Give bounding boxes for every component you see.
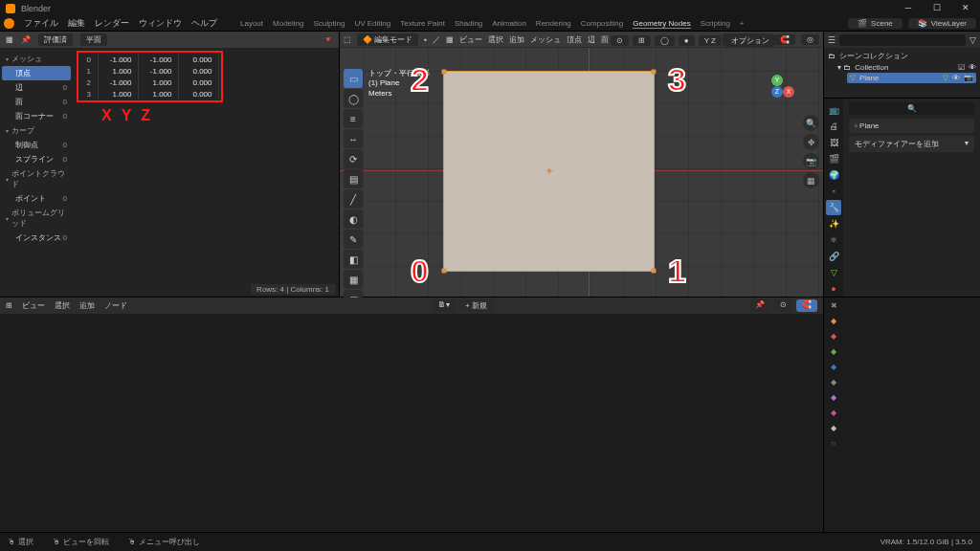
camera-icon[interactable]: 📷	[803, 153, 819, 169]
workspace-tab[interactable]: Rendering	[536, 19, 571, 29]
snap-icon[interactable]: 🧲	[796, 299, 817, 312]
sec-tab-icon[interactable]: ◆	[827, 393, 840, 407]
pin-icon[interactable]: 📌	[749, 299, 770, 312]
tool-extrude-icon[interactable]: ✎	[344, 230, 363, 249]
object-row[interactable]: ▽Plane▽👁📷	[847, 73, 976, 83]
header-menu[interactable]: 追加	[509, 34, 524, 45]
tool-rotate-icon[interactable]: ↔	[344, 129, 363, 148]
prop-tab-scene-icon[interactable]: 🎬	[826, 151, 841, 166]
tool-select-box-icon[interactable]: ▭	[344, 69, 363, 88]
sidebar-item-spline[interactable]: スプライン0	[2, 152, 71, 166]
sidebar-item-edge[interactable]: 辺0	[2, 80, 71, 95]
select-mode-vertex-icon[interactable]: ▪	[424, 35, 427, 44]
pan-icon[interactable]: ✥	[803, 134, 819, 150]
header-menu[interactable]: 面	[601, 34, 609, 45]
vertex-3[interactable]	[652, 70, 657, 75]
sec-tab-icon[interactable]: ✖	[827, 301, 840, 315]
prop-tab-modifier-icon[interactable]: 🔧	[826, 200, 841, 215]
new-nodetree-button[interactable]: + 新規	[459, 299, 493, 312]
proportional-icon[interactable]: ◎	[801, 34, 819, 45]
tool-cursor-icon[interactable]: ◯	[344, 89, 363, 108]
sec-tab-icon[interactable]: ○	[827, 439, 840, 452]
select-mode-edge-icon[interactable]: ／	[433, 34, 440, 45]
workspace-tab[interactable]: Animation	[492, 19, 526, 29]
window-minimize-button[interactable]: ─	[894, 0, 923, 16]
workspace-tab[interactable]: Layout	[240, 19, 263, 29]
overlay-toggle[interactable]: ⊙	[611, 35, 629, 46]
mode-dropdown[interactable]: 🔶 編集モード	[357, 33, 418, 46]
sec-tab-icon[interactable]: ◆	[827, 317, 840, 330]
overlay-toggle[interactable]: ⊞	[633, 35, 651, 46]
disable-icon[interactable]: 📷	[964, 74, 973, 82]
scene-selector[interactable]: 🎬 Scene	[848, 18, 902, 29]
add-modifier-dropdown[interactable]: モディファイアーを追加▾	[849, 136, 974, 152]
header-menu[interactable]: メッシュ	[530, 34, 561, 45]
workspace-tab[interactable]: Compositing	[581, 19, 623, 29]
header-menu[interactable]: ビュー	[459, 34, 482, 45]
prop-tab-particles-icon[interactable]: ✨	[826, 216, 841, 231]
node-menu[interactable]: 選択	[55, 300, 70, 311]
window-close-button[interactable]: ✕	[951, 0, 980, 16]
tool-transform-icon[interactable]: ▤	[344, 169, 363, 188]
shading-solid-icon[interactable]: ●	[679, 35, 695, 46]
sec-tab-icon[interactable]: ◆	[827, 408, 840, 422]
sidebar-item-face[interactable]: 面0	[2, 95, 71, 109]
workspace-tab[interactable]: Texture Paint	[400, 19, 445, 29]
window-maximize-button[interactable]: ☐	[923, 0, 951, 16]
vertex-0[interactable]	[442, 269, 447, 274]
prop-tab-object-icon[interactable]: ▫	[826, 184, 841, 199]
prop-tab-world-icon[interactable]: 🌍	[826, 167, 841, 183]
workspace-tab[interactable]: UV Editing	[354, 19, 390, 29]
exclude-icon[interactable]: ☑	[958, 63, 965, 72]
node-editor[interactable]: ⊞ ビュー 選択 追加 ノード 🗎▾ + 新規 📌 ⊙ 🧲	[0, 298, 823, 532]
overlay-icon[interactable]: ⊙	[774, 299, 792, 312]
prop-tab-physics-icon[interactable]: ⚛	[826, 232, 841, 248]
prop-tab-data-icon[interactable]: ▽	[826, 265, 841, 280]
sec-tab-icon[interactable]: ◆	[827, 332, 840, 345]
workspace-tab[interactable]: Shading	[455, 19, 482, 29]
gizmo-z-axis[interactable]: Z	[771, 86, 783, 98]
sec-tab-icon[interactable]: ◆	[827, 347, 840, 361]
properties-search[interactable]: 🔍	[849, 102, 974, 115]
options-dropdown[interactable]: オプション	[725, 34, 775, 47]
node-menu[interactable]: ビュー	[22, 300, 45, 311]
tool-annotate-icon[interactable]: ╱	[344, 189, 363, 209]
eval-state-dropdown[interactable]: 評価済	[38, 33, 73, 46]
gizmo-y-axis[interactable]: Y	[771, 75, 783, 86]
perspective-icon[interactable]: ▦	[803, 172, 819, 188]
workspace-add-button[interactable]: +	[740, 19, 745, 29]
outliner-search[interactable]	[839, 34, 966, 46]
viewport-canvas[interactable]: ▭ ◯ ≡ ↔ ⟳ ▤ ╱ ◐ ✎ ◧ ▦ ▧ トップ・平行投影 (1) Pla…	[340, 48, 823, 297]
sidebar-item-point[interactable]: ポイント0	[2, 191, 71, 206]
hide-icon[interactable]: 👁	[952, 74, 960, 82]
sec-tab-icon[interactable]: ◆	[827, 424, 840, 437]
nav-gizmo[interactable]: Y Z X	[760, 75, 794, 109]
snap-icon[interactable]: 🧲	[774, 34, 795, 45]
node-menu[interactable]: 追加	[79, 300, 95, 311]
menu-window[interactable]: ウィンドウ	[139, 17, 182, 30]
collection-row[interactable]: ▾ 🗀Collection☑👁	[828, 62, 976, 73]
tool-inset-icon[interactable]: ◧	[344, 250, 363, 269]
header-menu[interactable]: 選択	[488, 34, 503, 45]
sidebar-item-vertex[interactable]: 頂点	[2, 66, 71, 80]
scene-collection-row[interactable]: 🗀シーンコレクション	[828, 50, 976, 62]
editor-type-icon[interactable]: ⬚	[344, 35, 351, 44]
editor-type-icon[interactable]: ☰	[828, 35, 835, 45]
editor-type-icon[interactable]: ▦	[6, 35, 13, 44]
menu-help[interactable]: ヘルプ	[191, 17, 217, 30]
select-mode-face-icon[interactable]: ▦	[446, 35, 454, 44]
menu-render[interactable]: レンダー	[95, 17, 129, 30]
sidebar-item-instance[interactable]: インスタンス0	[2, 231, 71, 245]
tool-measure-icon[interactable]: ◐	[344, 209, 363, 229]
workspace-tab[interactable]: Scripting	[701, 19, 730, 29]
tool-bevel-icon[interactable]: ▦	[344, 270, 363, 289]
filter-icon[interactable]: 🔻	[323, 35, 333, 44]
menu-file[interactable]: ファイル	[24, 17, 58, 30]
pin-icon[interactable]: 📌	[21, 35, 31, 44]
sidebar-item-cp[interactable]: 制御点0	[2, 138, 71, 152]
vertex-2[interactable]	[442, 70, 447, 75]
volume-category[interactable]: ボリュームグリッド	[2, 206, 71, 231]
hide-icon[interactable]: 👁	[969, 63, 976, 72]
domain-dropdown[interactable]: 平面	[80, 33, 107, 46]
workspace-tab[interactable]: Modeling	[273, 19, 303, 29]
